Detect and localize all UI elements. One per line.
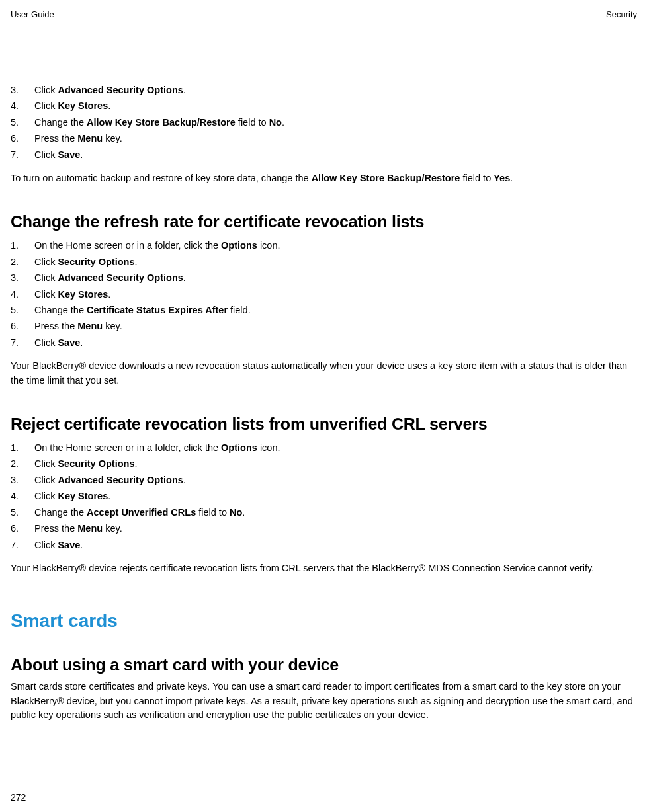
step-text: Change the Accept Unverified CRLs field … [34, 505, 245, 520]
step-item: 6.Press the Menu key. [11, 131, 637, 145]
step-text: On the Home screen or in a folder, click… [34, 440, 280, 455]
step-text: Click Save. [34, 335, 83, 350]
header-left: User Guide [11, 9, 54, 19]
step-number: 6. [11, 131, 34, 145]
section1-title: Change the refresh rate for certificate … [11, 212, 637, 231]
step-text: Click Security Options. [34, 456, 138, 471]
step-item: 4.Click Key Stores. [11, 99, 637, 113]
page-number: 272 [11, 792, 26, 803]
step-item: 5.Change the Allow Key Store Backup/Rest… [11, 115, 637, 130]
step-number: 1. [11, 238, 34, 253]
step-number: 4. [11, 489, 34, 503]
step-item: 7.Click Save. [11, 538, 637, 552]
page-header: User Guide Security [11, 9, 637, 19]
step-item: 6.Press the Menu key. [11, 521, 637, 536]
step-item: 3.Click Advanced Security Options. [11, 270, 637, 285]
section1-note: Your BlackBerry® device downloads a new … [11, 359, 637, 388]
step-number: 6. [11, 319, 34, 333]
section2-title: Reject certificate revocation lists from… [11, 415, 637, 434]
step-text: Change the Certificate Status Expires Af… [34, 303, 251, 317]
step-number: 6. [11, 521, 34, 536]
step-text: Click Key Stores. [34, 489, 110, 503]
step-text: Click Security Options. [34, 255, 138, 269]
step-text: Press the Menu key. [34, 131, 122, 145]
step-text: Press the Menu key. [34, 521, 122, 536]
step-number: 5. [11, 115, 34, 130]
step-number: 1. [11, 440, 34, 455]
top-continued-steps: 3.Click Advanced Security Options.4.Clic… [11, 83, 637, 162]
step-item: 6.Press the Menu key. [11, 319, 637, 333]
step-item: 5.Change the Certificate Status Expires … [11, 303, 637, 317]
step-item: 7.Click Save. [11, 335, 637, 350]
step-text: Press the Menu key. [34, 319, 122, 333]
step-number: 5. [11, 505, 34, 520]
step-text: Click Key Stores. [34, 287, 110, 302]
step-text: Click Advanced Security Options. [34, 473, 186, 487]
step-number: 4. [11, 287, 34, 302]
step-item: 3.Click Advanced Security Options. [11, 83, 637, 97]
step-item: 2.Click Security Options. [11, 456, 637, 471]
step-number: 7. [11, 335, 34, 350]
step-number: 3. [11, 270, 34, 285]
section2-note: Your BlackBerry® device rejects certific… [11, 561, 637, 576]
about-smart-card-text: Smart cards store certificates and priva… [11, 680, 637, 723]
step-item: 2.Click Security Options. [11, 255, 637, 269]
step-item: 4.Click Key Stores. [11, 287, 637, 302]
step-number: 2. [11, 456, 34, 471]
step-text: Change the Allow Key Store Backup/Restor… [34, 115, 284, 130]
step-number: 2. [11, 255, 34, 269]
top-note: To turn on automatic backup and restore … [11, 171, 637, 186]
step-number: 5. [11, 303, 34, 317]
step-number: 4. [11, 99, 34, 113]
step-text: Click Advanced Security Options. [34, 270, 186, 285]
step-text: Click Advanced Security Options. [34, 83, 186, 97]
step-text: On the Home screen or in a folder, click… [34, 238, 280, 253]
step-text: Click Key Stores. [34, 99, 110, 113]
section1-steps: 1.On the Home screen or in a folder, cli… [11, 238, 637, 350]
step-item: 5.Change the Accept Unverified CRLs fiel… [11, 505, 637, 520]
step-item: 4.Click Key Stores. [11, 489, 637, 503]
step-number: 7. [11, 147, 34, 162]
step-item: 1.On the Home screen or in a folder, cli… [11, 238, 637, 253]
smart-cards-heading: Smart cards [11, 610, 637, 631]
section2-steps: 1.On the Home screen or in a folder, cli… [11, 440, 637, 552]
step-number: 3. [11, 83, 34, 97]
about-smart-card-heading: About using a smart card with your devic… [11, 655, 637, 674]
step-item: 1.On the Home screen or in a folder, cli… [11, 440, 637, 455]
step-text: Click Save. [34, 538, 83, 552]
step-number: 7. [11, 538, 34, 552]
step-number: 3. [11, 473, 34, 487]
header-right: Security [606, 9, 637, 19]
step-item: 3.Click Advanced Security Options. [11, 473, 637, 487]
step-item: 7.Click Save. [11, 147, 637, 162]
step-text: Click Save. [34, 147, 83, 162]
